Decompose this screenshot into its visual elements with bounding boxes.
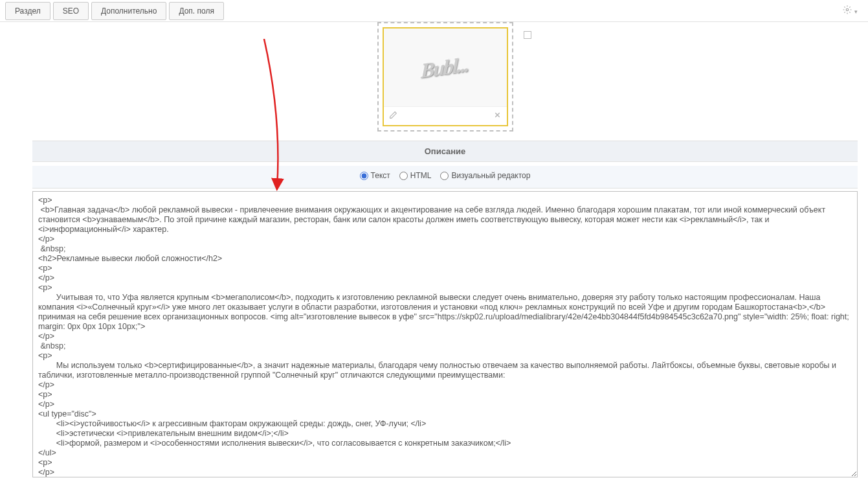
editor-wrap <box>32 191 858 479</box>
section-title: Описание <box>32 141 858 162</box>
page-root: Раздел SEO Дополнительно Доп. поля ▾ Bub… <box>0 0 868 504</box>
radio-text[interactable]: Текст <box>360 171 390 180</box>
radio-visual-input[interactable] <box>440 172 449 180</box>
radio-visual-label: Визуальный редактор <box>451 171 530 180</box>
edit-icon[interactable] <box>389 111 397 121</box>
image-preview[interactable]: Bubl... <box>384 29 507 106</box>
radio-html-input[interactable] <box>399 172 408 180</box>
tab-section[interactable]: Раздел <box>5 2 50 20</box>
tab-fields[interactable]: Доп. поля <box>169 2 224 20</box>
svg-point-0 <box>846 8 849 11</box>
image-checkbox[interactable] <box>524 31 531 39</box>
image-upload-area: Bubl... <box>32 22 858 132</box>
preview-3d-text: Bubl... <box>421 52 469 83</box>
radio-visual[interactable]: Визуальный редактор <box>440 171 530 180</box>
image-inner: Bubl... <box>383 27 508 126</box>
editor-mode-row: Текст HTML Визуальный редактор <box>32 166 858 189</box>
radio-text-label: Текст <box>371 171 390 180</box>
tab-list: Раздел SEO Дополнительно Доп. поля <box>5 2 224 20</box>
close-icon[interactable] <box>493 111 502 121</box>
image-actions <box>384 106 507 125</box>
tab-seo[interactable]: SEO <box>53 2 89 20</box>
image-frame: Bubl... <box>377 22 513 132</box>
radio-html[interactable]: HTML <box>399 171 432 180</box>
radio-html-label: HTML <box>410 171 432 180</box>
editor-textarea[interactable] <box>32 191 858 477</box>
tab-extra[interactable]: Дополнительно <box>91 2 166 20</box>
topbar: Раздел SEO Дополнительно Доп. поля ▾ <box>0 0 868 22</box>
content-area: Bubl... Описание Тек <box>0 22 868 490</box>
gear-icon[interactable]: ▾ <box>838 3 863 19</box>
radio-text-input[interactable] <box>360 172 368 180</box>
